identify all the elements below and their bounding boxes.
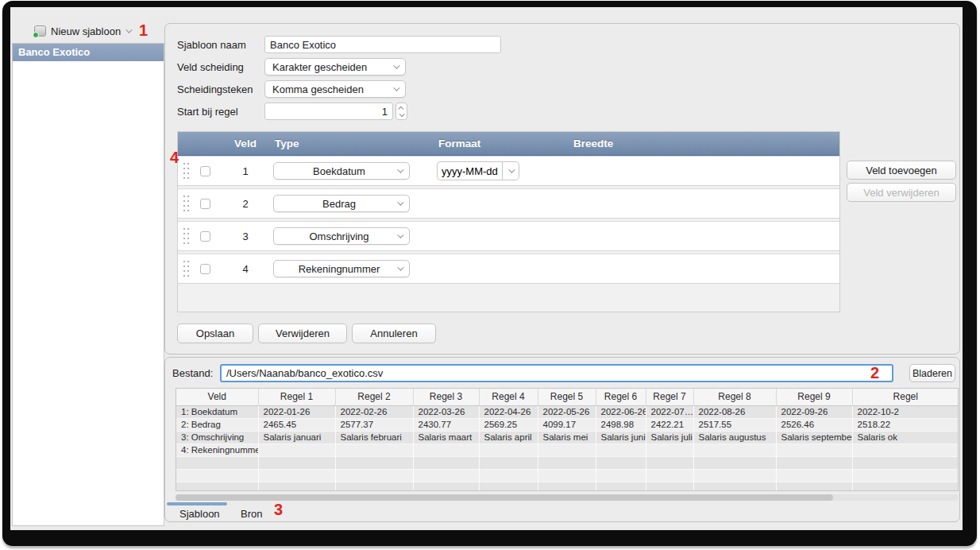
chevron-down-icon [397,166,403,172]
field-row-2-type-value: Bedrag [281,198,397,210]
preview-col-regel8: Regel 8 [693,389,776,405]
preview-cell: 2022-10-2 [852,405,959,418]
field-row-3: 3 Omschrijving [178,221,839,251]
preview-cell: Salaris februari [335,431,413,443]
preview-cell: 2526.46 [776,418,852,431]
preview-cell: Salaris januari [258,431,335,443]
annotation-4: 4 [170,149,179,165]
fields-table-header: Veld Type Formaat Breedte [178,132,839,156]
preview-cell: Salaris juni [596,431,646,443]
field-row-1-number: 1 [221,165,270,177]
field-separation-select[interactable]: Karakter gescheiden [264,58,406,76]
file-path-input[interactable] [220,364,893,382]
field-row-2-checkbox[interactable] [200,199,210,209]
preview-table-wrap: Veld Regel 1 Regel 2 Regel 3 Regel 4 Reg… [176,388,959,491]
preview-row-boekdatum: 1: Boekdatum 2022-01-26 2022-02-26 2022-… [176,405,959,418]
preview-row-omschrijving: 3: Omschrijving Salaris januari Salaris … [176,431,959,443]
start-row-stepper[interactable] [395,103,407,120]
preview-cell: 2517.55 [693,418,776,431]
window-frame: Nieuw sjabloon 1 Banco Exotico Sjabloon … [2,1,977,546]
delete-button[interactable]: Verwijderen [258,323,347,343]
save-button[interactable]: Opslaan [177,323,253,343]
drag-handle-icon[interactable] [183,195,190,213]
field-row-1: 1 Boekdatum [178,156,839,186]
template-name-input[interactable] [264,36,501,53]
preview-cell: 2022-04-26 [479,405,538,418]
selected-tab-indicator [167,502,227,505]
chevron-down-icon [399,111,405,117]
preview-row-empty [176,456,959,469]
delimiter-select[interactable]: Komma gescheiden [264,80,406,98]
preview-cell: Salaris september [776,431,852,443]
delimiter-label: Scheidingsteken [177,83,264,95]
field-row-1-format-combo[interactable] [437,161,519,180]
preview-col-veld: Veld [176,389,258,405]
field-separation-value: Karakter gescheiden [272,61,393,73]
template-panel: Sjabloon naam Veld scheiding Karakter ge… [164,23,960,354]
field-row-4-type-value: Rekeningnummer [281,263,397,275]
preview-header-row: Veld Regel 1 Regel 2 Regel 3 Regel 4 Reg… [176,389,959,405]
combo-arrow[interactable] [502,161,519,180]
screenshot: Nieuw sjabloon 1 Banco Exotico Sjabloon … [0,0,980,550]
start-row-input[interactable] [264,103,393,120]
preview-row-empty [176,469,959,482]
field-row-3-checkbox[interactable] [200,231,210,242]
preview-cell: 2430.77 [413,418,479,431]
preview-col-regel6: Regel 6 [596,389,646,405]
scrollbar-thumb[interactable] [176,494,833,501]
browse-button[interactable]: Bladeren [909,364,955,382]
preview-col-regel10: Regel [852,389,959,405]
field-row-1-checkbox[interactable] [200,166,210,176]
preview-cell: 2518.22 [852,418,959,431]
preview-cell: 2569.25 [479,418,538,431]
preview-col-regel9: Regel 9 [776,389,852,405]
field-separation-label: Veld scheiding [177,61,264,73]
file-row: Bestand: Bladeren [165,364,961,383]
field-row-4-checkbox[interactable] [200,264,210,274]
chevron-down-icon [397,264,403,270]
preview-cell: 1: Boekdatum [176,405,258,418]
preview-cell: 4099.17 [538,418,596,431]
preview-cell: 2022-05-26 [538,405,596,418]
field-row-2-type-select[interactable]: Bedrag [273,195,410,212]
preview-cell: 2: Bedrag [176,418,258,431]
preview-cell: Salaris ok [852,431,959,443]
chevron-down-icon [393,84,399,91]
horizontal-scrollbar[interactable] [176,494,959,501]
preview-cell: Salaris april [479,431,538,443]
field-row-3-number: 3 [221,230,270,242]
delimiter-value: Komma gescheiden [272,83,393,95]
template-list: Banco Exotico [12,43,164,526]
field-row-3-type-value: Omschrijving [281,230,397,242]
field-row-1-format-input[interactable] [437,161,502,180]
source-panel: Bestand: Bladeren 2 Veld Regel 1 Regel 2… [164,357,960,522]
drag-handle-icon[interactable] [183,227,190,246]
remove-field-button[interactable]: Veld verwijderen [847,183,956,202]
field-row-3-type-select[interactable]: Omschrijving [273,227,410,245]
file-label: Bestand: [172,367,213,379]
preview-col-regel5: Regel 5 [538,389,596,405]
preview-row-bedrag: 2: Bedrag 2465.45 2577.37 2430.77 2569.2… [176,418,959,431]
new-template-label: Nieuw sjabloon [51,25,121,37]
preview-cell: Salaris juli [646,431,693,443]
field-row-4-type-select[interactable]: Rekeningnummer [273,260,410,277]
drag-handle-icon[interactable] [183,260,190,278]
cancel-button[interactable]: Annuleren [352,323,436,343]
preview-cell: 2465.45 [258,418,335,431]
preview-cell: 2022-08-26 [693,405,776,418]
new-template-icon [34,25,46,37]
field-row-1-type-select[interactable]: Boekdatum [273,162,410,180]
tab-bron[interactable]: Bron [241,508,262,520]
preview-cell: 2498.98 [596,418,646,431]
add-field-button[interactable]: Veld toevoegen [847,161,956,180]
new-template-button[interactable]: Nieuw sjabloon [34,22,130,40]
field-row-2-number: 2 [221,198,270,210]
annotation-1: 1 [139,22,148,38]
drag-handle-icon[interactable] [183,162,190,180]
tab-sjabloon[interactable]: Sjabloon [179,508,220,520]
field-row-4: 4 Rekeningnummer [178,254,839,284]
chevron-up-icon [398,106,403,111]
field-row-2: 2 Bedrag [178,188,839,219]
preview-cell: 2022-09-26 [776,405,852,418]
template-list-item-banco-exotico[interactable]: Banco Exotico [13,44,164,61]
